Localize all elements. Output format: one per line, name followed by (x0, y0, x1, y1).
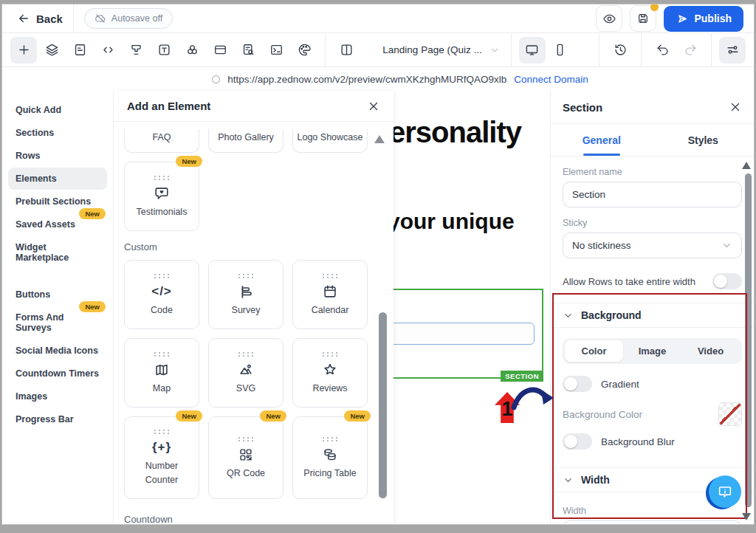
sidebar-item-saved-assets[interactable]: Saved AssetsNew (8, 213, 107, 235)
bg-tab-video[interactable]: Video (681, 340, 740, 362)
inspector-scrollbar-thumb[interactable] (745, 173, 752, 507)
close-inspector-button[interactable] (729, 100, 742, 114)
background-color-swatch[interactable] (718, 402, 742, 426)
publish-button[interactable]: Publish (664, 6, 743, 32)
new-badge: New (260, 410, 286, 422)
desktop-view-button[interactable] (519, 37, 546, 63)
card-label: QR Code (227, 467, 265, 481)
save-button[interactable] (630, 5, 656, 32)
drag-dots-icon (320, 351, 340, 358)
sections-tool-button[interactable] (38, 37, 65, 63)
sidebar-item-progress-bar[interactable]: Progress Bar (8, 408, 107, 430)
connect-domain-link[interactable]: Connect Domain (514, 74, 588, 85)
element-card-photo-gallery[interactable]: Photo Gallery (208, 129, 284, 153)
element-card-testimonials[interactable]: New Testimonials (124, 162, 199, 231)
sidebar-item-label: Images (16, 391, 47, 402)
sidebar-item-label: Quick Add (16, 105, 61, 115)
close-panel-button[interactable] (367, 100, 380, 113)
add-element-button[interactable] (10, 37, 37, 63)
element-card-calendar[interactable]: Calendar (292, 260, 368, 329)
sidebar-item-elements[interactable]: Elements (8, 168, 107, 190)
inspector-title: Section (563, 101, 729, 114)
panel-title: Add an Element (127, 100, 367, 112)
selected-section-outline[interactable] (394, 289, 543, 379)
background-blur-label: Background Blur (601, 436, 675, 447)
preview-input-field[interactable] (394, 323, 535, 345)
drag-dots-icon (236, 436, 256, 443)
preview-url: https://app.zednow.com/v2/preview/cwmXKz… (227, 74, 506, 85)
gradient-toggle[interactable] (563, 376, 592, 392)
panel-scrollbar-thumb[interactable] (379, 312, 387, 498)
svg-image-icon (238, 361, 254, 379)
history-button[interactable] (607, 37, 633, 63)
element-card-reviews[interactable]: Reviews (292, 338, 368, 408)
element-card-svg[interactable]: SVG (208, 338, 284, 408)
allow-rows-toggle[interactable] (712, 273, 742, 289)
bg-tab-image[interactable]: Image (623, 340, 681, 362)
bg-tab-color[interactable]: Color (565, 340, 623, 362)
element-card-pricing-table[interactable]: New Pricing Table (292, 416, 368, 499)
element-card-faq[interactable]: FAQ (124, 129, 199, 153)
redo-button[interactable] (677, 37, 704, 63)
pricing-table-icon (322, 446, 338, 464)
shapes-tool-button[interactable] (179, 37, 205, 63)
element-name-input[interactable]: Section (563, 182, 742, 207)
section-inspector-panel: Section General Styles Element name Sect… (550, 91, 754, 524)
arrow-left-icon (17, 12, 30, 25)
sidebar-item-social-media-icons[interactable]: Social Media Icons (8, 340, 107, 362)
divider (325, 33, 326, 67)
undo-icon (656, 43, 670, 57)
element-card-qr-code[interactable]: New QR Code (208, 416, 284, 499)
undo-button[interactable] (649, 37, 676, 63)
tab-styles[interactable]: Styles (653, 124, 755, 156)
sidebar-item-label: Rows (16, 151, 40, 161)
add-element-panel: Add an Element FAQ Photo Gallery Logo Sh… (113, 91, 394, 524)
background-section-header[interactable]: Background (551, 303, 754, 328)
sticky-value: No stickiness (572, 240, 721, 251)
tab-general[interactable]: General (551, 124, 653, 156)
code-tool-button[interactable] (94, 37, 121, 63)
width-select[interactable]: Full (563, 520, 742, 524)
background-blur-toggle[interactable] (563, 433, 592, 450)
preview-eye-button[interactable] (596, 5, 622, 32)
sidebar-item-quick-add[interactable]: Quick Add (8, 99, 107, 121)
palette-tool-button[interactable] (291, 37, 317, 63)
forms-tool-button[interactable] (66, 37, 93, 63)
drag-dots-icon (151, 174, 172, 182)
sidebar-item-label: Prebuilt Sections (16, 196, 91, 207)
help-chat-button[interactable] (706, 475, 740, 509)
chat-info-icon (709, 475, 741, 508)
desktop-icon (525, 43, 539, 57)
element-card-logo-showcase[interactable]: Logo Showcase (292, 129, 368, 153)
page-selector-dropdown[interactable]: Landing Page (Quiz ... (378, 44, 504, 55)
element-card-map[interactable]: Map (124, 338, 199, 408)
sidebar-item-widget-marketplace[interactable]: Widget Marketplace (8, 236, 107, 269)
scroll-up-arrow[interactable] (374, 135, 385, 143)
settings-panel-button[interactable] (719, 37, 746, 63)
sidebar-item-forms-and-surveys[interactable]: Forms And SurveysNew (8, 306, 107, 339)
sidebar-item-images[interactable]: Images (8, 385, 107, 408)
mobile-view-button[interactable] (547, 37, 574, 63)
drag-dots-icon (320, 272, 340, 280)
card-tool-button[interactable] (207, 37, 233, 63)
card-label: Calendar (312, 303, 349, 317)
sidebar-item-countdown-timers[interactable]: Countdown Timers (8, 362, 107, 385)
autosave-badge[interactable]: Autosave off (84, 8, 173, 29)
back-button[interactable]: Back (17, 12, 63, 25)
page-search-tool-button[interactable] (235, 37, 261, 63)
sidebar-item-sections[interactable]: Sections (8, 122, 107, 144)
drag-dots-icon (151, 428, 172, 436)
scroll-up-arrow[interactable] (742, 162, 751, 169)
preview-heading: ersonality (394, 116, 521, 149)
text-tool-button[interactable] (151, 37, 177, 63)
columns-tool-button[interactable] (333, 37, 360, 63)
sidebar-item-rows[interactable]: Rows (8, 145, 107, 167)
sticky-select[interactable]: No stickiness (563, 233, 742, 258)
element-card-number-counter[interactable]: New {+} Number Counter (124, 416, 199, 499)
terminal-tool-button[interactable] (263, 37, 289, 63)
scroll-down-arrow[interactable] (742, 513, 751, 520)
funnel-tool-button[interactable] (123, 37, 149, 63)
palette-icon (298, 43, 312, 57)
element-card-code[interactable]: </> Code (124, 260, 199, 329)
element-card-survey[interactable]: Survey (208, 260, 284, 329)
